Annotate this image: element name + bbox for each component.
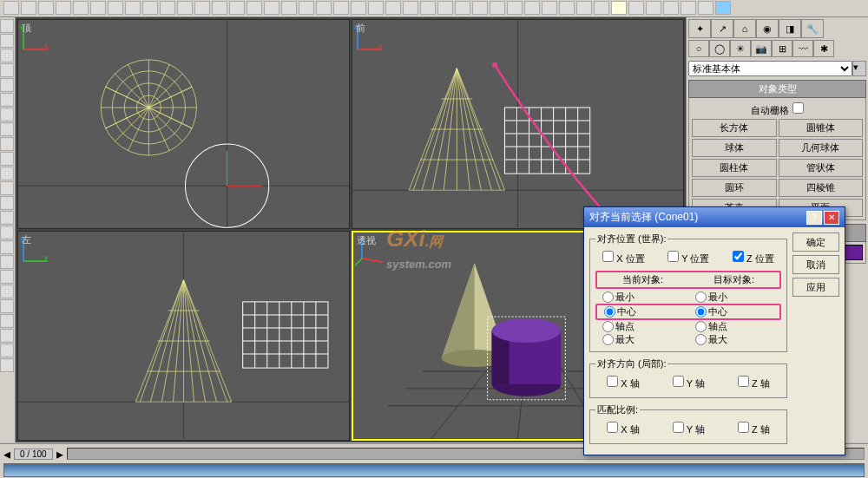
shapes-subtab-icon[interactable]: ◯ — [709, 40, 730, 57]
scale-x-checkbox[interactable]: X 轴 — [607, 422, 639, 436]
toolbar-icon[interactable] — [368, 1, 384, 15]
x-position-checkbox[interactable]: X 位置 — [602, 251, 644, 265]
target-pivot-radio[interactable]: 轴点 — [688, 320, 781, 333]
toolbar-icon[interactable] — [333, 1, 349, 15]
toolbar-icon[interactable] — [542, 1, 557, 15]
helpers-subtab-icon[interactable]: ⊞ — [772, 40, 792, 57]
cone-button[interactable]: 圆锥体 — [779, 119, 864, 137]
time-next-icon[interactable]: ▸ — [56, 446, 63, 462]
sphere-button[interactable]: 球体 — [692, 139, 777, 157]
toolbar-icon[interactable] — [212, 1, 227, 15]
side-icon[interactable] — [0, 34, 14, 48]
side-icon[interactable] — [0, 78, 14, 92]
viewport-front[interactable]: 前 xz — [352, 19, 684, 229]
toolbar-icon[interactable] — [247, 1, 262, 15]
toolbar-icon[interactable] — [628, 1, 644, 15]
toolbar-icon[interactable] — [420, 1, 436, 15]
geometry-subtab-icon[interactable]: ○ — [688, 40, 709, 57]
spacewarps-subtab-icon[interactable]: 〰 — [792, 40, 813, 57]
side-icon[interactable] — [0, 49, 14, 62]
side-icon[interactable] — [0, 314, 14, 328]
cancel-button[interactable]: 取消 — [792, 255, 839, 274]
modify-tab-icon[interactable]: ↗ — [711, 19, 733, 38]
toolbar-icon[interactable] — [229, 1, 245, 15]
side-icon[interactable] — [0, 137, 14, 151]
toolbar-icon[interactable] — [73, 1, 89, 15]
toolbar-icon[interactable] — [403, 1, 418, 15]
toolbar-icon[interactable] — [21, 1, 36, 15]
primitive-category-dropdown[interactable]: 标准基本体 — [688, 61, 852, 76]
toolbar-icon[interactable] — [194, 1, 210, 15]
viewport-left[interactable]: 左 yz — [17, 231, 350, 441]
ok-button[interactable]: 确定 — [792, 232, 839, 252]
side-icon[interactable] — [0, 344, 14, 357]
toolbar-icon[interactable] — [351, 1, 366, 15]
side-icon[interactable] — [0, 122, 14, 136]
current-pivot-radio[interactable]: 轴点 — [595, 320, 688, 333]
toolbar-icon[interactable] — [681, 1, 696, 15]
dialog-titlebar[interactable]: 对齐当前选择 (Cone01) ? ✕ — [584, 207, 845, 227]
time-ruler[interactable] — [3, 463, 865, 477]
teapot-icon[interactable] — [715, 1, 731, 15]
box-button[interactable]: 长方体 — [692, 119, 777, 137]
toolbar-icon[interactable] — [108, 1, 123, 15]
toolbar-icon[interactable] — [559, 1, 575, 15]
side-icon[interactable] — [0, 196, 14, 210]
pyramid-button[interactable]: 四棱锥 — [779, 179, 864, 197]
viewport-top[interactable]: 顶 xy — [17, 19, 350, 229]
toolbar-icon[interactable] — [594, 1, 609, 15]
side-icon[interactable] — [0, 285, 14, 298]
apply-button[interactable]: 应用 — [792, 278, 839, 297]
torus-button[interactable]: 圆环 — [692, 179, 777, 197]
motion-tab-icon[interactable]: ◉ — [756, 19, 779, 38]
toolbar-icon[interactable] — [90, 1, 106, 15]
time-prev-icon[interactable]: ◂ — [3, 446, 10, 462]
side-icon[interactable] — [0, 299, 14, 313]
dropdown-button-icon[interactable]: ▾ — [852, 61, 866, 76]
side-icon[interactable] — [0, 108, 14, 121]
side-icon[interactable] — [0, 270, 14, 284]
toolbar-icon[interactable] — [38, 1, 54, 15]
side-icon[interactable] — [0, 255, 14, 269]
target-min-radio[interactable]: 最小 — [688, 291, 781, 304]
current-min-radio[interactable]: 最小 — [595, 291, 688, 304]
orient-z-checkbox[interactable]: Z 轴 — [738, 376, 770, 390]
toolbar-icon[interactable] — [264, 1, 279, 15]
z-position-checkbox[interactable]: Z 位置 — [733, 251, 774, 265]
geosphere-button[interactable]: 几何球体 — [779, 139, 864, 157]
toolbar-icon[interactable] — [142, 1, 158, 15]
side-icon[interactable] — [0, 226, 14, 239]
toolbar-icon[interactable] — [316, 1, 332, 15]
target-center-radio[interactable]: 中心 — [688, 305, 779, 318]
tube-button[interactable]: 管状体 — [779, 159, 864, 177]
toolbar-icon[interactable] — [299, 1, 314, 15]
toolbar-icon[interactable] — [281, 1, 297, 15]
orient-x-checkbox[interactable]: X 轴 — [607, 376, 639, 390]
object-type-rollout-header[interactable]: 对象类型 — [688, 80, 866, 98]
toolbar-icon[interactable] — [472, 1, 488, 15]
scale-y-checkbox[interactable]: Y 轴 — [673, 422, 705, 436]
side-icon[interactable] — [0, 358, 14, 372]
utilities-tab-icon[interactable]: 🔧 — [801, 19, 824, 38]
scale-z-checkbox[interactable]: Z 轴 — [738, 422, 770, 436]
cameras-subtab-icon[interactable]: 📷 — [751, 40, 772, 57]
close-icon[interactable]: ✕ — [824, 211, 839, 225]
toolbar-icon[interactable] — [698, 1, 713, 15]
toolbar-icon[interactable] — [437, 1, 453, 15]
toolbar-icon[interactable] — [507, 1, 523, 15]
side-icon[interactable] — [0, 240, 14, 254]
side-icon[interactable] — [0, 63, 14, 77]
side-icon[interactable] — [0, 152, 14, 166]
toolbar-icon[interactable] — [177, 1, 193, 15]
toolbar-icon[interactable] — [646, 1, 661, 15]
toolbar-icon[interactable] — [125, 1, 141, 15]
align-icon[interactable] — [611, 1, 627, 15]
toolbar-icon[interactable] — [576, 1, 592, 15]
orient-y-checkbox[interactable]: Y 轴 — [673, 376, 705, 390]
side-icon[interactable] — [0, 167, 14, 180]
side-icon[interactable] — [0, 181, 14, 195]
cylinder-button[interactable]: 圆柱体 — [692, 159, 777, 177]
help-icon[interactable]: ? — [806, 211, 822, 225]
autogrid-checkbox[interactable]: 自动栅格 — [751, 105, 803, 115]
side-icon[interactable] — [0, 211, 14, 225]
